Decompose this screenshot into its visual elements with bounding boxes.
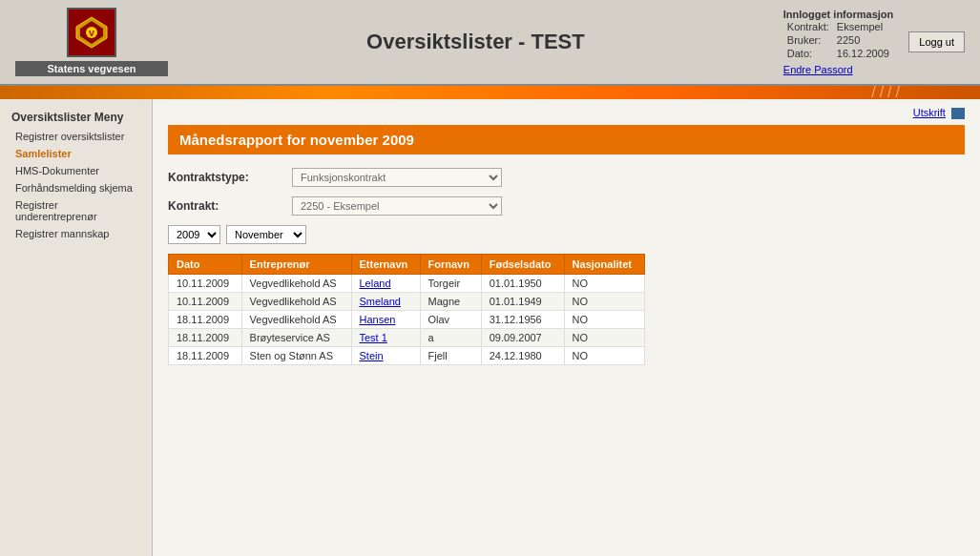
sidebar-item-hms-dokumenter[interactable]: HMS-Dokumenter — [0, 162, 152, 179]
cell-fornavn: Magne — [420, 293, 481, 311]
kontrakt-label: Kontrakt: — [783, 20, 833, 33]
cell-dato: 18.11.2009 — [169, 311, 242, 329]
col-nasjonalitet: Nasjonalitet — [564, 255, 644, 275]
kontrakt-value: Eksempel — [833, 20, 893, 33]
cell-entreprenor: Vegvedlikehold AS — [241, 311, 351, 329]
cell-dato: 10.11.2009 — [169, 275, 242, 293]
info-title: Innlogget informasjon — [783, 9, 894, 20]
bruker-label: Bruker: — [783, 33, 833, 47]
sidebar-item-registrer-oversiktslister[interactable]: Registrer oversiktslister — [0, 128, 152, 145]
dato-label: Dato: — [783, 47, 833, 60]
cell-fornavn: Torgeir — [420, 275, 481, 293]
cell-fodselsdato: 31.12.1956 — [481, 311, 564, 329]
data-table: Dato Entreprenør Etternavn Fornavn Fødse… — [168, 254, 645, 365]
col-dato: Dato — [169, 255, 242, 275]
report-header: Månedsrapport for november 2009 — [168, 125, 965, 154]
table-row: 10.11.2009Vegvedlikehold ASSmelandMagne0… — [169, 293, 645, 311]
main-layout: Oversiktslister Meny Registrer oversikts… — [0, 99, 980, 556]
cell-entreprenor: Brøyteservice AS — [241, 329, 351, 347]
utskrift-link[interactable]: Utskrift — [913, 107, 946, 118]
cell-fornavn: Olav — [420, 311, 481, 329]
utskrift-bar: Utskrift — [168, 107, 965, 119]
cell-entreprenor: Vegvedlikehold AS — [241, 293, 351, 311]
cell-fodselsdato: 09.09.2007 — [481, 329, 564, 347]
cell-etternavn[interactable]: Hansen — [351, 311, 420, 329]
endre-passord-link[interactable]: Endre Passord — [783, 64, 853, 75]
col-entreprenor: Entreprenør — [241, 255, 351, 275]
cell-etternavn[interactable]: Leland — [351, 275, 420, 293]
logo-text: Statens vegvesen — [15, 61, 168, 76]
kontraktstype-label: Kontraktstype: — [168, 171, 292, 184]
logout-button[interactable]: Logg ut — [908, 31, 965, 52]
cell-nasjonalitet: NO — [564, 311, 644, 329]
cell-fornavn: a — [420, 329, 481, 347]
bruker-value: 2250 — [833, 33, 893, 47]
kontrakt-select[interactable]: 2250 - Eksempel — [292, 196, 502, 216]
logo-box: V — [67, 8, 116, 57]
cell-etternavn[interactable]: Test 1 — [351, 329, 420, 347]
year-select[interactable]: 200820092010 — [168, 225, 220, 244]
printer-icon — [951, 108, 965, 119]
cell-dato: 18.11.2009 — [169, 347, 242, 365]
sidebar-item-registrer-underentreprenor[interactable]: Registrer underentreprenør — [0, 196, 152, 225]
cell-entreprenor: Vegvedlikehold AS — [241, 275, 351, 293]
dato-value: 16.12.2009 — [833, 47, 893, 60]
cell-nasjonalitet: NO — [564, 347, 644, 365]
kontraktstype-select[interactable]: Funksjonskontrakt — [292, 168, 502, 187]
svg-text:V: V — [89, 29, 94, 38]
cell-nasjonalitet: NO — [564, 275, 644, 293]
table-row: 18.11.2009Brøyteservice ASTest 1a09.09.2… — [169, 329, 645, 347]
info-table: Kontrakt: Eksempel Bruker: 2250 Dato: 16… — [783, 20, 893, 60]
cell-fodselsdato: 01.01.1949 — [481, 293, 564, 311]
kontrakt-form-label: Kontrakt: — [168, 199, 292, 213]
cell-dato: 10.11.2009 — [169, 293, 242, 311]
table-row: 18.11.2009Sten og Stønn ASSteinFjell24.1… — [169, 347, 645, 365]
cell-nasjonalitet: NO — [564, 329, 644, 347]
header: V Statens vegvesen Oversiktslister - TES… — [0, 0, 980, 86]
sidebar-item-registrer-mannskap[interactable]: Registrer mannskap — [0, 225, 152, 242]
sidebar-section-title[interactable]: Oversiktslister Meny — [0, 107, 152, 128]
logo-icon: V — [73, 13, 111, 51]
kontrakt-row: Kontrakt: 2250 - Eksempel — [168, 196, 965, 216]
cell-fodselsdato: 24.12.1980 — [481, 347, 564, 365]
cell-etternavn[interactable]: Smeland — [351, 293, 420, 311]
orange-stripe — [0, 86, 980, 99]
table-row: 10.11.2009Vegvedlikehold ASLelandTorgeir… — [169, 275, 645, 293]
cell-dato: 18.11.2009 — [169, 329, 242, 347]
cell-etternavn[interactable]: Stein — [351, 347, 420, 365]
table-header-row: Dato Entreprenør Etternavn Fornavn Fødse… — [169, 255, 645, 275]
kontraktstype-row: Kontraktstype: Funksjonskontrakt — [168, 168, 965, 187]
content-area: Utskrift Månedsrapport for november 2009… — [153, 99, 980, 556]
col-fornavn: Fornavn — [420, 255, 481, 275]
cell-entreprenor: Sten og Stønn AS — [241, 347, 351, 365]
cell-nasjonalitet: NO — [564, 293, 644, 311]
table-row: 18.11.2009Vegvedlikehold ASHansenOlav31.… — [169, 311, 645, 329]
header-info: Innlogget informasjon Kontrakt: Eksempel… — [783, 9, 894, 75]
logo-area: V Statens vegvesen — [15, 8, 168, 76]
cell-fodselsdato: 01.01.1950 — [481, 275, 564, 293]
month-select[interactable]: JanuarFebruarMarsAprilMaiJuniJuliAugustS… — [226, 225, 306, 244]
col-etternavn: Etternavn — [351, 255, 420, 275]
filter-row: 200820092010 JanuarFebruarMarsAprilMaiJu… — [168, 225, 965, 244]
page-title: Oversiktslister - TEST — [168, 30, 783, 54]
sidebar-item-samlelister[interactable]: Samlelister — [0, 145, 152, 162]
sidebar-item-forhandsmelding[interactable]: Forhåndsmelding skjema — [0, 179, 152, 196]
sidebar: Oversiktslister Meny Registrer oversikts… — [0, 99, 153, 556]
col-fodselsdato: Fødselsdato — [481, 255, 564, 275]
cell-fornavn: Fjell — [420, 347, 481, 365]
